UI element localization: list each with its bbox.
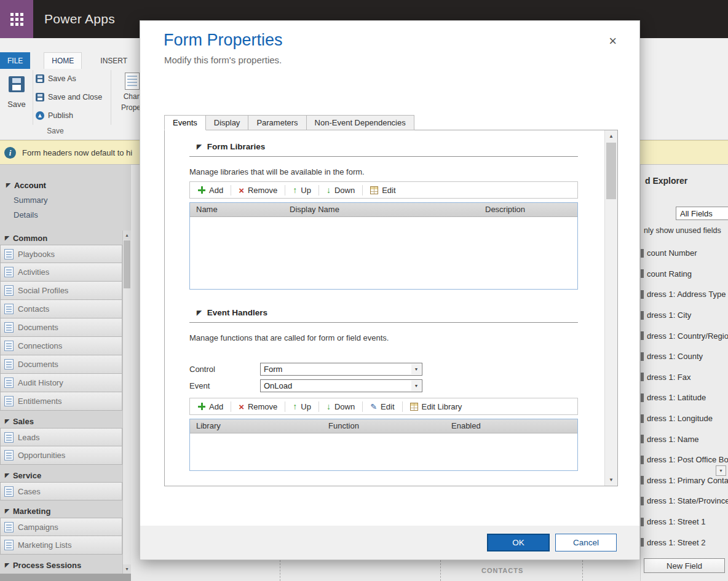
canvas-column-divider bbox=[440, 560, 441, 581]
sidebar-nav-item[interactable]: Opportunities bbox=[0, 446, 122, 465]
canvas-section-label[interactable]: CONTACTS bbox=[481, 567, 523, 574]
sidebar-nav-item[interactable]: Campaigns bbox=[0, 518, 122, 536]
field-item[interactable]: dress 1: Name bbox=[641, 429, 728, 449]
sidebar-nav-item[interactable]: Activities bbox=[0, 263, 122, 282]
remove-button[interactable]: × Remove bbox=[233, 398, 283, 414]
add-button[interactable]: Add bbox=[192, 182, 229, 198]
down-button[interactable]: ↓ Down bbox=[321, 182, 360, 198]
scroll-up-icon[interactable]: ▲ bbox=[123, 231, 131, 240]
table-header: Name Display Name Description bbox=[190, 203, 577, 217]
scrollbar-thumb[interactable] bbox=[124, 240, 130, 288]
field-item[interactable]: dress 1: City bbox=[641, 305, 728, 326]
app-launcher-button[interactable] bbox=[0, 0, 33, 38]
section-header[interactable]: ◤ Process Sessions bbox=[0, 559, 122, 572]
entity-block: ◤ Account Summary Details bbox=[0, 165, 122, 219]
field-icon bbox=[641, 290, 644, 299]
sidebar-nav-item[interactable]: Documents bbox=[0, 318, 122, 337]
scroll-down-icon[interactable]: ▼ bbox=[605, 474, 617, 486]
down-button[interactable]: ↓ Down bbox=[321, 398, 360, 414]
field-icon bbox=[641, 269, 644, 278]
remove-button[interactable]: × Remove bbox=[233, 182, 283, 198]
save-button[interactable]: Save bbox=[2, 73, 31, 109]
up-button[interactable]: ↑ Up bbox=[287, 398, 317, 414]
edit-button[interactable]: Edit bbox=[365, 182, 401, 198]
sidebar-scrollbar[interactable]: ▲ ▼ bbox=[122, 231, 131, 574]
field-item[interactable]: dress 1: Longitude bbox=[641, 408, 728, 429]
table-body-empty[interactable] bbox=[190, 217, 577, 289]
sidebar-nav-item[interactable]: Cases bbox=[0, 482, 122, 500]
publish-button[interactable]: Publish bbox=[36, 111, 102, 121]
scroll-down-icon[interactable]: ▼ bbox=[716, 465, 726, 476]
entity-icon bbox=[4, 304, 14, 314]
sidebar-nav-item[interactable]: Leads bbox=[0, 428, 122, 446]
form-navigator-sidebar: ◤ Account Summary Details ◤ Common P bbox=[0, 165, 131, 581]
cancel-button[interactable]: Cancel bbox=[555, 534, 617, 551]
new-field-button[interactable]: New Field bbox=[644, 558, 725, 573]
field-item[interactable]: dress 1: Latitude bbox=[641, 387, 728, 408]
tab-parameters[interactable]: Parameters bbox=[248, 115, 306, 130]
sidebar-link-summary[interactable]: Summary bbox=[14, 196, 122, 205]
control-select[interactable]: Form ▼ bbox=[260, 363, 422, 376]
event-select[interactable]: OnLoad ▼ bbox=[260, 379, 422, 392]
add-button[interactable]: Add bbox=[192, 398, 229, 414]
toolbar-separator bbox=[285, 401, 285, 412]
section-header[interactable]: ◤ Common bbox=[0, 232, 122, 245]
expander-icon: ◤ bbox=[6, 183, 10, 188]
tab-non-event-dependencies[interactable]: Non-Event Dependencies bbox=[306, 115, 414, 130]
section-header[interactable]: ◤ Marketing bbox=[0, 505, 122, 518]
tab-insert[interactable]: INSERT bbox=[93, 52, 135, 69]
ok-button[interactable]: OK bbox=[487, 534, 550, 551]
down-icon: ↓ bbox=[326, 402, 331, 411]
ribbon-group-label: Save bbox=[0, 127, 111, 135]
tab-events[interactable]: Events bbox=[164, 115, 206, 130]
field-item[interactable]: dress 1: Country/Region bbox=[641, 325, 728, 346]
scroll-down-icon[interactable]: ▼ bbox=[123, 564, 131, 574]
scroll-up-icon[interactable]: ▲ bbox=[605, 130, 617, 142]
close-icon[interactable]: × bbox=[609, 34, 617, 48]
section-header[interactable]: ◤ Sales bbox=[0, 415, 122, 428]
tab-display[interactable]: Display bbox=[205, 115, 249, 130]
field-item[interactable]: dress 1: Primary Contac bbox=[641, 470, 728, 491]
sidebar-link-details[interactable]: Details bbox=[14, 210, 122, 219]
save-as-button[interactable]: Save As bbox=[36, 74, 102, 84]
sidebar-nav-item[interactable]: Playbooks bbox=[0, 245, 122, 263]
field-item[interactable]: dress 1: Address Type bbox=[641, 284, 728, 305]
event-handlers-heading[interactable]: ◤ Event Handlers bbox=[197, 308, 578, 317]
field-filter-select[interactable]: All Fields bbox=[676, 207, 728, 220]
field-item[interactable]: dress 1: County bbox=[641, 346, 728, 367]
field-item[interactable]: dress 1: Fax bbox=[641, 367, 728, 388]
waffle-icon bbox=[10, 13, 23, 26]
field-item[interactable]: dress 1: State/Province bbox=[641, 491, 728, 512]
field-item[interactable]: count Number bbox=[641, 243, 728, 264]
scrollbar-thumb[interactable] bbox=[606, 143, 616, 199]
form-libraries-toolbar: Add × Remove ↑ Up ↓ Down bbox=[189, 181, 578, 199]
field-item[interactable]: dress 1: Street 1 bbox=[641, 512, 728, 532]
edit-button[interactable]: ✎ Edit bbox=[365, 398, 400, 414]
form-libraries-table: Name Display Name Description bbox=[189, 202, 578, 290]
field-item[interactable]: dress 1: Street 2 bbox=[641, 532, 728, 553]
form-libraries-heading[interactable]: ◤ Form Libraries bbox=[197, 142, 578, 151]
sidebar-nav-item[interactable]: Audit History bbox=[0, 374, 122, 392]
info-icon: i bbox=[4, 147, 16, 159]
save-and-close-button[interactable]: Save and Close bbox=[36, 92, 102, 102]
field-item[interactable]: count Rating bbox=[641, 264, 728, 285]
edit-library-button[interactable]: Edit Library bbox=[405, 398, 468, 414]
sidebar-nav-item[interactable]: Documents bbox=[0, 355, 122, 374]
field-item[interactable]: dress 1: Post Office Box bbox=[641, 449, 728, 470]
sidebar-nav-item[interactable]: Contacts bbox=[0, 300, 122, 318]
unused-fields-checkbox-label[interactable]: nly show unused fields bbox=[644, 226, 721, 235]
tab-file[interactable]: FILE bbox=[0, 52, 30, 69]
dialog-scrollbar[interactable]: ▲ ▼ bbox=[604, 130, 617, 486]
form-libraries-description: Manage libraries that will be available … bbox=[189, 167, 578, 176]
entity-icon bbox=[4, 540, 14, 550]
section-header[interactable]: ◤ Service bbox=[0, 469, 122, 482]
tab-home[interactable]: HOME bbox=[44, 52, 82, 69]
table-body-empty[interactable] bbox=[190, 433, 577, 470]
entity-links: Summary Details bbox=[6, 190, 122, 219]
sidebar-nav-item[interactable]: Entitlements bbox=[0, 392, 122, 411]
sidebar-nav-item[interactable]: Social Profiles bbox=[0, 282, 122, 300]
up-button[interactable]: ↑ Up bbox=[287, 182, 317, 198]
field-icon bbox=[641, 331, 644, 340]
sidebar-nav-item[interactable]: Marketing Lists bbox=[0, 536, 122, 555]
sidebar-nav-item[interactable]: Connections bbox=[0, 337, 122, 355]
